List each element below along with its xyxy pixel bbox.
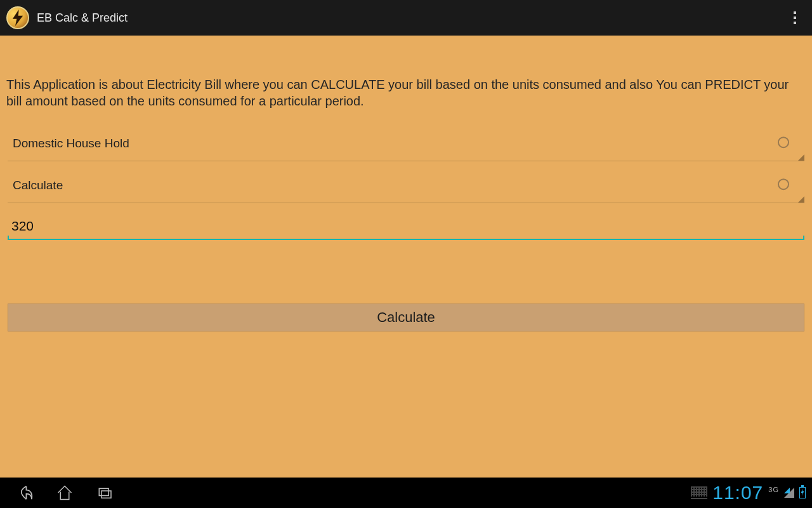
action-bar: EB Calc & Predict <box>0 0 812 36</box>
svg-rect-2 <box>102 491 111 498</box>
status-clock: 11:07 <box>712 483 763 502</box>
recents-icon <box>96 483 115 502</box>
signal-strength-icon <box>784 488 794 498</box>
svg-marker-0 <box>13 10 23 26</box>
mode-spinner[interactable]: Calculate <box>8 168 804 203</box>
back-button[interactable] <box>11 480 37 505</box>
home-icon <box>55 483 74 502</box>
back-icon <box>13 482 35 504</box>
system-navigation-bar: 11:07 3G <box>0 478 812 508</box>
main-content: This Application is about Electricity Bi… <box>0 36 812 478</box>
app-icon <box>6 6 29 29</box>
units-input-container <box>8 212 804 240</box>
svg-marker-3 <box>801 489 804 496</box>
battery-charging-icon <box>799 487 806 498</box>
home-button[interactable] <box>52 480 77 505</box>
mode-spinner-value: Calculate <box>8 178 63 192</box>
app-description: This Application is about Electricity Bi… <box>0 36 812 119</box>
radio-indicator-icon <box>778 178 789 190</box>
calculate-button[interactable]: Calculate <box>8 304 804 331</box>
units-input[interactable] <box>8 212 804 240</box>
network-type-label: 3G <box>768 486 779 493</box>
overflow-icon <box>794 10 796 25</box>
dropdown-caret-icon <box>798 154 804 161</box>
lightning-icon <box>11 10 24 26</box>
keyboard-indicator-icon <box>691 486 707 499</box>
recents-button[interactable] <box>93 480 118 505</box>
dropdown-caret-icon <box>798 196 804 203</box>
category-spinner-value: Domestic House Hold <box>8 137 129 150</box>
category-spinner[interactable]: Domestic House Hold <box>8 126 804 161</box>
overflow-menu-button[interactable] <box>783 5 807 30</box>
app-title: EB Calc & Predict <box>37 11 128 25</box>
radio-indicator-icon <box>778 137 789 148</box>
svg-rect-1 <box>99 488 108 495</box>
